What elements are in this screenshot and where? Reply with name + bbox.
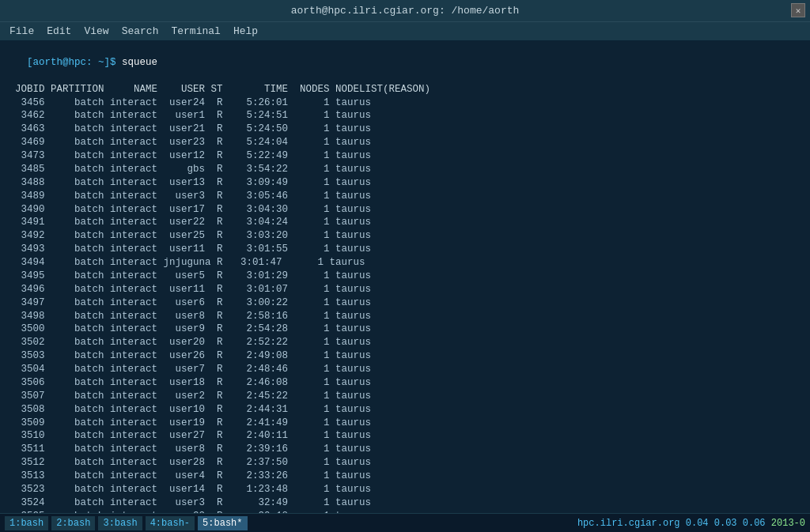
tab-item[interactable]: 4:bash- bbox=[146, 516, 195, 530]
menu-search[interactable]: Search bbox=[115, 24, 165, 39]
status-bar: 1:bash2:bash3:bash4:bash-5:bash* hpc.ilr… bbox=[0, 513, 810, 532]
table-row: 3510 batch interact user27 R 2:40:11 1 t… bbox=[3, 429, 807, 443]
table-row: 3493 batch interact user11 R 3:01:55 1 t… bbox=[3, 243, 807, 256]
host-display: hpc.ilri.cgiar.org bbox=[577, 518, 686, 529]
table-row: 3523 batch interact user14 R 1:23:48 1 t… bbox=[3, 483, 807, 496]
table-row: 3513 batch interact user4 R 2:33:26 1 ta… bbox=[3, 470, 807, 483]
load-display: 0.04 0.03 0.06 bbox=[686, 518, 771, 529]
table-row: 3506 batch interact user18 R 2:46:08 1 t… bbox=[3, 376, 807, 390]
table-row: 3462 batch interact user1 R 5:24:51 1 ta… bbox=[3, 109, 807, 123]
title-bar: aorth@hpc.ilri.cgiar.org: /home/aorth ✕ bbox=[0, 0, 810, 22]
menu-edit[interactable]: Edit bbox=[40, 24, 78, 39]
command-line-1: [aorth@hpc: ~]$ squeue bbox=[3, 43, 807, 83]
table-row: 3473 batch interact user12 R 5:22:49 1 t… bbox=[3, 149, 807, 163]
table-row: 3491 batch interact user22 R 3:04:24 1 t… bbox=[3, 216, 807, 229]
close-button[interactable]: ✕ bbox=[791, 3, 805, 17]
tab-item[interactable]: 2:bash bbox=[51, 516, 95, 530]
status-info: hpc.ilri.cgiar.org 0.04 0.03 0.06 2013-0 bbox=[577, 518, 805, 529]
table-row: 3524 batch interact user3 R 32:49 1 taur… bbox=[3, 496, 807, 510]
table-row: 3500 batch interact user9 R 2:54:28 1 ta… bbox=[3, 323, 807, 336]
table-row: 3463 batch interact user21 R 5:24:50 1 t… bbox=[3, 123, 807, 136]
menu-help[interactable]: Help bbox=[227, 24, 264, 39]
menu-bar: File Edit View Search Terminal Help bbox=[0, 22, 810, 41]
table-row: 3494 batch interact jnjuguna R 3:01:47 1… bbox=[3, 256, 807, 270]
menu-terminal[interactable]: Terminal bbox=[165, 24, 226, 39]
table-row: 3489 batch interact user3 R 3:05:46 1 ta… bbox=[3, 190, 807, 203]
table-row: 3492 batch interact user25 R 3:03:20 1 t… bbox=[3, 229, 807, 243]
command-1: squeue bbox=[122, 57, 157, 68]
year-display: 2013-0 bbox=[771, 518, 805, 529]
table-row: 3469 batch interact user23 R 5:24:04 1 t… bbox=[3, 136, 807, 149]
table-row: 3512 batch interact user28 R 2:37:50 1 t… bbox=[3, 456, 807, 470]
table-row: 3507 batch interact user2 R 2:45:22 1 ta… bbox=[3, 390, 807, 403]
tab-item[interactable]: 1:bash bbox=[5, 516, 48, 530]
table-row: 3511 batch interact user8 R 2:39:16 1 ta… bbox=[3, 443, 807, 456]
prompt-1: [aorth@hpc: ~]$ bbox=[27, 57, 122, 68]
menu-file[interactable]: File bbox=[3, 24, 40, 39]
table-row: 3503 batch interact user26 R 2:49:08 1 t… bbox=[3, 349, 807, 363]
table-row: 3509 batch interact user19 R 2:41:49 1 t… bbox=[3, 417, 807, 430]
table-row: 3508 batch interact user10 R 2:44:31 1 t… bbox=[3, 403, 807, 417]
tab-item[interactable]: 3:bash bbox=[98, 516, 142, 530]
table-row: 3495 batch interact user5 R 3:01:29 1 ta… bbox=[3, 270, 807, 283]
table-row: 3490 batch interact user17 R 3:04:30 1 t… bbox=[3, 203, 807, 217]
tab-list: 1:bash2:bash3:bash4:bash-5:bash* bbox=[5, 516, 248, 530]
table-row: 3497 batch interact user6 R 3:00:22 1 ta… bbox=[3, 296, 807, 310]
table-row: 3504 batch interact user7 R 2:48:46 1 ta… bbox=[3, 363, 807, 376]
table-row: 3485 batch interact gbs R 3:54:22 1 taur… bbox=[3, 163, 807, 176]
menu-view[interactable]: View bbox=[78, 24, 115, 39]
table-row: 3456 batch interact user24 R 5:26:01 1 t… bbox=[3, 96, 807, 110]
table-header: JOBID PARTITION NAME USER ST TIME NODES … bbox=[3, 83, 807, 96]
table-row: 3488 batch interact user13 R 3:09:49 1 t… bbox=[3, 176, 807, 190]
table-row: 3496 batch interact user11 R 3:01:07 1 t… bbox=[3, 283, 807, 296]
terminal-content: [aorth@hpc: ~]$ squeue JOBID PARTITION N… bbox=[0, 41, 810, 513]
window-title: aorth@hpc.ilri.cgiar.org: /home/aorth bbox=[291, 5, 520, 17]
tab-item[interactable]: 5:bash* bbox=[198, 516, 247, 530]
table-rows: 3456 batch interact user24 R 5:26:01 1 t… bbox=[3, 96, 807, 514]
table-row: 3502 batch interact user20 R 2:52:22 1 t… bbox=[3, 336, 807, 349]
table-row: 3498 batch interact user8 R 2:58:16 1 ta… bbox=[3, 310, 807, 323]
